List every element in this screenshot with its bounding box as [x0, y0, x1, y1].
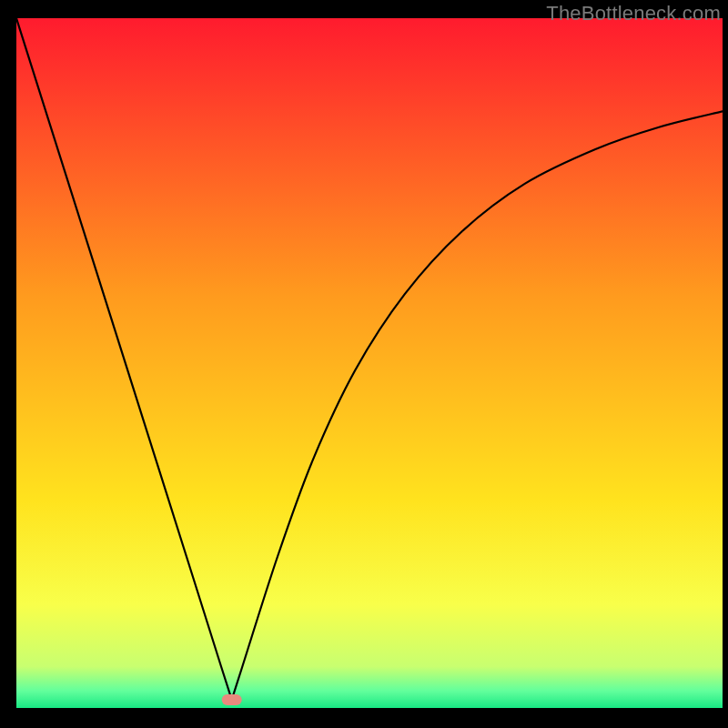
optimum-marker	[222, 694, 242, 705]
svg-rect-0	[222, 694, 242, 705]
chart-svg	[16, 18, 723, 708]
plot-area	[16, 18, 723, 708]
chart-container: TheBottleneck.com	[0, 0, 728, 728]
watermark-text: TheBottleneck.com	[546, 2, 721, 25]
gradient-background	[16, 18, 723, 708]
